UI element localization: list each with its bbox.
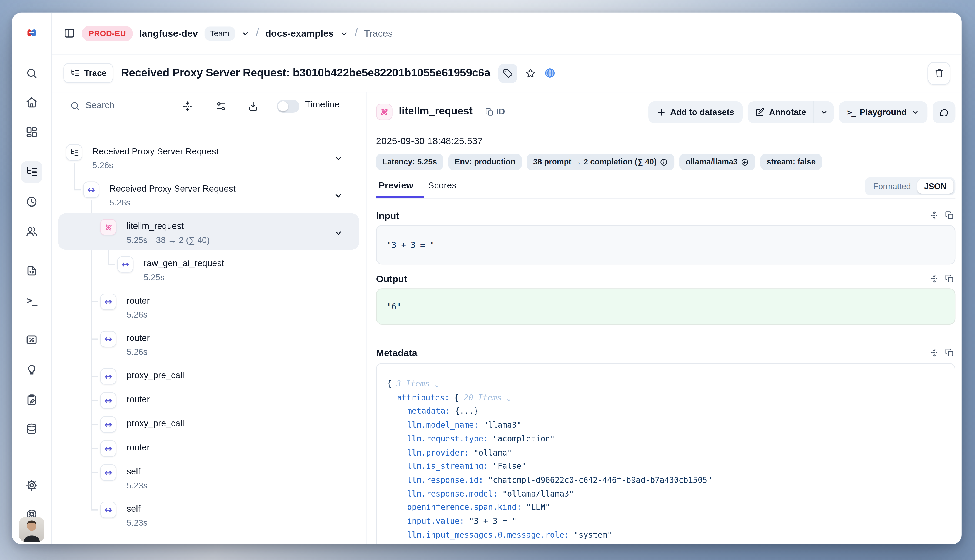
annotate-button[interactable]: Annotate xyxy=(748,101,814,123)
prompts-icon[interactable] xyxy=(21,260,42,282)
org-chevron-down-icon[interactable] xyxy=(241,29,249,37)
observation-detail-panel: litellm_request ID Add to datasets xyxy=(367,92,962,544)
copy-icon xyxy=(485,107,494,116)
tag-icon[interactable] xyxy=(498,63,517,82)
user-avatar[interactable] xyxy=(19,517,44,542)
tree-item-received-proxy-server-request[interactable]: Received Proxy Server Request5.26s xyxy=(52,140,366,178)
tree-item-router[interactable]: ↔router5.26s xyxy=(52,290,366,327)
tree-item-duration: 5.23s xyxy=(127,518,147,528)
breadcrumb-section[interactable]: Traces xyxy=(364,28,393,38)
json-line[interactable]: attributes: { 20 Items ⌄ xyxy=(377,391,955,405)
tracing-icon[interactable] xyxy=(21,161,42,183)
json-line: metadata: {...} xyxy=(377,405,955,418)
playground-terminal-icon[interactable]: >_ xyxy=(21,290,42,311)
home-icon[interactable] xyxy=(21,92,42,113)
tree-item-label: router xyxy=(127,333,150,343)
display-settings-icon[interactable] xyxy=(216,101,227,112)
observation-actions: Add to datasets Annotate xyxy=(648,101,955,123)
tree-item-self[interactable]: ↔self5.23s xyxy=(52,461,366,498)
playground-button[interactable]: >_ Playground xyxy=(839,101,927,123)
tree-item-self[interactable]: ↔self5.23s xyxy=(52,498,366,535)
org-type-badge: Team xyxy=(204,26,235,40)
collapse-all-icon[interactable] xyxy=(182,101,193,112)
tree-item-litellm-request[interactable]: litellm_request5.25s 38 → 2 (∑ 40) xyxy=(52,215,366,252)
copy-icon[interactable] xyxy=(945,211,954,220)
trace-icon xyxy=(66,144,82,161)
tree-item-label: litellm_request xyxy=(127,221,184,231)
output-value: "6" xyxy=(376,288,955,325)
annotate-dropdown-button[interactable] xyxy=(814,101,834,123)
json-line: llm.response.id: "chatcmpl-d96622c0-c642… xyxy=(377,473,955,487)
collapse-icon[interactable] xyxy=(929,274,939,283)
timeline-toggle[interactable] xyxy=(277,100,299,113)
dashboards-icon[interactable] xyxy=(21,122,42,143)
json-line[interactable]: { 3 Items ⌄ xyxy=(377,377,955,391)
model-badge[interactable]: ollama/llama3 xyxy=(679,153,755,170)
plus-icon xyxy=(656,107,666,117)
tab-preview[interactable]: Preview xyxy=(379,180,413,190)
copy-icon[interactable] xyxy=(945,274,954,283)
project-name[interactable]: docs-examples xyxy=(265,28,334,38)
span-icon: ↔ xyxy=(100,502,117,518)
langfuse-logo xyxy=(21,22,42,44)
view-json[interactable]: JSON xyxy=(917,179,953,193)
json-line: llm.model_name: "llama3" xyxy=(377,418,955,432)
search-input[interactable]: Search xyxy=(85,100,115,110)
list-tree-icon xyxy=(70,68,80,78)
download-icon[interactable] xyxy=(248,101,259,112)
trace-tree-panel: Search Timeline xyxy=(52,92,367,544)
span-icon: ↔ xyxy=(100,417,117,433)
users-icon[interactable] xyxy=(21,221,42,242)
tree-item-label: self xyxy=(127,466,140,476)
chevron-down-icon[interactable] xyxy=(334,153,343,163)
collapse-icon[interactable] xyxy=(929,348,939,357)
pencil-square-icon xyxy=(755,107,765,117)
json-line: llm.request.type: "acompletion" xyxy=(377,432,955,446)
tree-item-proxy-pre-call[interactable]: ↔proxy_pre_call xyxy=(52,413,366,437)
add-to-datasets-button[interactable]: Add to datasets xyxy=(648,101,743,123)
info-icon xyxy=(660,158,668,166)
settings-gear-icon[interactable] xyxy=(21,474,42,496)
org-name[interactable]: langfuse-dev xyxy=(139,28,198,38)
annotation-clipboard-icon[interactable] xyxy=(21,389,42,411)
content-row: Search Timeline xyxy=(52,92,962,544)
sessions-clock-icon[interactable] xyxy=(21,191,42,213)
chevron-down-icon[interactable] xyxy=(334,228,343,238)
delete-trace-button[interactable] xyxy=(927,62,950,84)
output-label: Output xyxy=(376,273,407,284)
tree-item-label: router xyxy=(127,394,150,404)
tree-item-duration: 5.23s xyxy=(127,481,147,490)
insights-lightbulb-icon[interactable] xyxy=(21,359,42,381)
comment-button[interactable] xyxy=(933,101,955,123)
observation-badges: Latency: 5.25s Env: production 38 prompt… xyxy=(376,153,822,170)
sidebar-toggle-icon[interactable] xyxy=(63,27,75,39)
globe-icon[interactable] xyxy=(544,67,555,79)
tree-item-duration: 5.26s xyxy=(127,310,147,319)
generation-icon xyxy=(376,104,393,120)
metadata-section-header: Metadata xyxy=(376,347,955,360)
tree-item-raw-gen-ai-request[interactable]: ↔raw_gen_ai_request5.25s xyxy=(52,252,366,290)
generation-icon xyxy=(100,219,117,235)
tree-item-received-proxy-server-request[interactable]: ↔Received Proxy Server Request5.26s xyxy=(52,178,366,215)
environment-badge: PROD-EU xyxy=(82,26,133,41)
tab-scores[interactable]: Scores xyxy=(428,180,457,190)
search-icon[interactable] xyxy=(21,63,42,84)
tree-item-router[interactable]: ↔router xyxy=(52,437,366,461)
tree-item-duration: 5.26s xyxy=(109,198,130,207)
project-chevron-down-icon[interactable] xyxy=(340,29,348,37)
evaluation-icon[interactable] xyxy=(21,329,42,350)
observation-timestamp: 2025-09-30 18:48:25.537 xyxy=(376,135,483,146)
collapse-icon[interactable] xyxy=(929,211,939,220)
copy-icon[interactable] xyxy=(945,348,954,357)
chevron-down-icon[interactable] xyxy=(334,191,343,201)
star-icon[interactable] xyxy=(525,68,536,79)
tree-item-router[interactable]: ↔router5.26s xyxy=(52,327,366,364)
copy-id-button[interactable]: ID xyxy=(485,107,505,117)
icon-rail: >_ xyxy=(12,13,52,544)
breadcrumb-divider: / xyxy=(256,26,259,39)
tree-item-router[interactable]: ↔router xyxy=(52,388,366,413)
datasets-database-icon[interactable] xyxy=(21,418,42,440)
tree-item-proxy-pre-call[interactable]: ↔proxy_pre_call xyxy=(52,364,366,388)
tree-item-label: proxy_pre_call xyxy=(127,370,184,380)
view-formatted[interactable]: Formatted xyxy=(867,179,917,193)
